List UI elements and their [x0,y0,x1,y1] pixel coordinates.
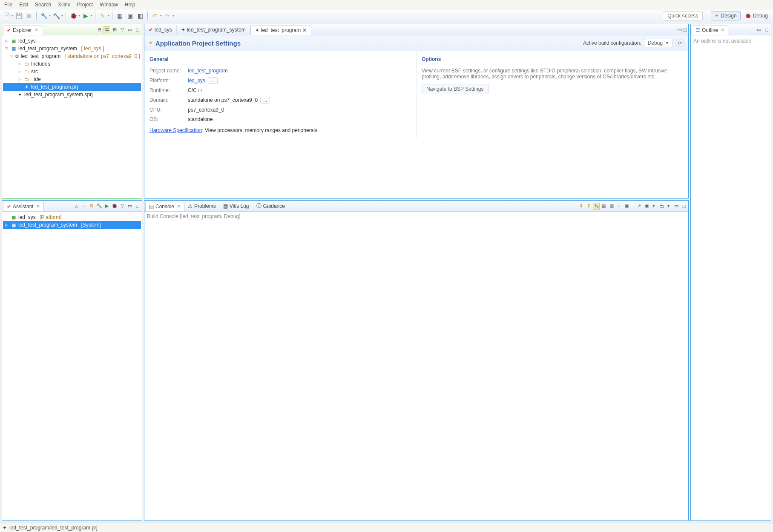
tree-system[interactable]: ▽▦led_test_program_system [ led_sys ] [3,45,141,52]
back-dropdown-icon[interactable]: ▾ [160,14,162,17]
tree-prj[interactable]: ✦led_test_program.prj [3,83,141,91]
hw-spec-link[interactable]: Hardware Specification [149,127,202,133]
outline-close-icon[interactable]: ✕ [721,27,724,33]
navigate-bsp-button[interactable]: Navigate to BSP Settings [422,84,489,94]
outline-tab[interactable]: ☰ Outline ✕ [692,26,728,35]
new-console-icon[interactable]: 🗀 [658,203,665,210]
save-all-button[interactable]: 🗎 [24,11,34,20]
gear-icon[interactable]: ⚙ [88,203,95,210]
tree-program[interactable]: ▽⚙led_test_program [ standalone on ps7_c… [3,52,141,60]
editor-tab-program[interactable]: ✦led_test_program✕ [250,26,311,35]
tab-close-icon[interactable]: ✕ [302,27,307,33]
menu-window[interactable]: Window [97,1,121,9]
tool2-button[interactable]: ▣ [125,11,135,20]
menu-xilinx[interactable]: Xilinx [55,1,73,9]
add-icon[interactable]: ＋ [80,203,87,210]
editor-tab-system[interactable]: ✦led_test_program_system [177,26,250,34]
console-tab[interactable]: ▤Console✕ [145,202,184,211]
new-button[interactable]: 📄 [2,11,11,20]
focus-task-icon[interactable]: ⊞ [111,26,118,33]
explorer-tree: ▷▦led_sys ▽▦led_test_program_system [ le… [2,35,142,198]
build-button[interactable]: 🔧 [39,11,49,20]
assistant-title: Assistant [13,204,34,210]
active-config-dropdown[interactable]: Debug▼ [644,39,673,47]
tool1-button[interactable]: ▦ [115,11,124,20]
guidance-tab[interactable]: ⓘGuidance [253,201,289,211]
menu-project[interactable]: Project [75,1,95,9]
down-arrow-icon[interactable]: ⬇ [578,203,584,210]
editor-maximize-icon[interactable]: □ [684,27,687,33]
platform-link[interactable]: led_sys [188,78,205,83]
clear-icon[interactable]: ▦ [601,203,607,210]
wrap-icon[interactable]: ↩ [616,203,623,210]
console-close-icon[interactable]: ✕ [177,204,181,209]
new-console-dd-icon[interactable]: ▾ [665,203,672,210]
pin-icon[interactable]: ⇆ [593,203,600,210]
config-manage-button[interactable]: ⟳ [675,39,684,47]
link-editor-icon[interactable]: ⇆ [103,26,110,33]
outline-minimize-icon[interactable]: ▭ [756,26,762,33]
wand-button[interactable]: ✎ [98,11,107,20]
run-dropdown-icon[interactable]: ▾ [91,14,92,17]
menu-search[interactable]: Search [32,1,54,9]
explorer-close-icon[interactable]: ✕ [34,27,38,33]
hammer-icon[interactable]: 🔨 [96,203,103,210]
run-button[interactable]: ▶ [81,11,90,20]
vitis-log-tab[interactable]: ▤Vitis Log [220,202,253,210]
perspective-debug[interactable]: 🐞Debug [741,12,771,20]
forward-button[interactable]: ↷ [163,11,172,20]
assistant-maximize-icon[interactable]: □ [134,203,141,210]
quick-access-button[interactable]: Quick Access [663,11,703,20]
maximize-icon[interactable]: □ [134,26,141,33]
tree-ide[interactable]: ▷🗀_ide [3,75,141,83]
tree-includes[interactable]: ▷🗀Includes [3,60,141,68]
tree-led-sys[interactable]: ▷▦led_sys [3,37,141,45]
perspective-design[interactable]: ✦Design [711,11,740,20]
console-minimize-icon[interactable]: ▭ [673,203,680,210]
console-maximize-icon[interactable]: □ [681,203,687,210]
domain-browse-button[interactable]: ... [260,97,270,104]
display-console-icon[interactable]: ▣ [643,203,650,210]
hammer-dropdown-icon[interactable]: ▾ [61,14,63,17]
debug-dropdown-icon[interactable]: ▾ [78,14,80,17]
build-dropdown-icon[interactable]: ▾ [49,14,51,17]
home-icon[interactable]: ⌂ [73,203,80,210]
save-button[interactable]: 💾 [14,11,23,20]
menu-edit[interactable]: Edit [17,1,31,9]
tree-sprj[interactable]: ✦led_test_program_system.sprj [3,91,141,98]
minimize-icon[interactable]: ▭ [126,26,133,33]
display-dd-icon[interactable]: ▾ [650,203,657,210]
assistant-minimize-icon[interactable]: ▭ [126,203,133,210]
scroll-lock-icon[interactable]: ▥ [608,203,615,210]
editor-minimize-icon[interactable]: ▭ [677,27,682,33]
assistant-close-icon[interactable]: ✕ [36,204,40,209]
up-arrow-icon[interactable]: ⬆ [585,203,592,210]
back-button[interactable]: ↶ [150,11,160,20]
domain-label: Domain: [149,97,188,103]
terminal-icon[interactable]: ▣ [624,203,630,210]
collapse-all-icon[interactable]: ⊟ [96,26,103,33]
debug-button[interactable]: 🐞 [69,11,78,20]
assistant-tab[interactable]: ✔ Assistant ✕ [3,202,44,211]
bug-icon[interactable]: 🐞 [111,203,118,210]
open-console-icon[interactable]: ↗ [635,203,642,210]
problems-tab[interactable]: ⚠Problems [184,202,220,210]
assistant-platform[interactable]: ▦led_sys [Platform] [3,213,141,221]
editor-tab-led-sys[interactable]: ✔led_sys [144,26,177,34]
run-icon[interactable]: ▶ [103,203,110,210]
menu-file[interactable]: File [2,1,15,9]
view-menu-icon[interactable]: ▽ [119,26,126,33]
assistant-viewmenu-icon[interactable]: ▽ [119,203,126,210]
platform-browse-button[interactable]: ... [208,77,218,84]
assistant-system[interactable]: ▷▦led_test_program_system [System] [3,221,141,229]
new-dropdown-icon[interactable]: ▾ [11,14,13,17]
wand-dropdown-icon[interactable]: ▾ [108,14,109,17]
tree-src[interactable]: ▷🗀src [3,68,141,75]
explorer-tab[interactable]: ✔ Explorer ✕ [3,26,42,35]
outline-maximize-icon[interactable]: □ [763,26,770,33]
menu-help[interactable]: Help [122,1,138,9]
tool3-button[interactable]: ◧ [135,11,145,20]
forward-dropdown-icon[interactable]: ▾ [172,14,174,17]
hammer-button[interactable]: 🔨 [52,11,61,20]
project-name-link[interactable]: led_test_program [188,68,227,74]
